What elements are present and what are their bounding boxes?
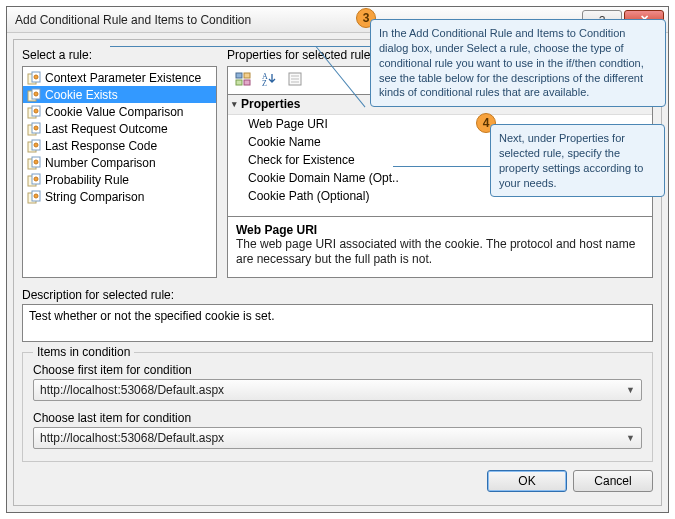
svg-point-2 bbox=[34, 75, 38, 79]
choose-last-label: Choose last item for condition bbox=[33, 411, 642, 425]
rule-item-label: Last Request Outcome bbox=[45, 122, 168, 136]
rule-icon bbox=[27, 122, 41, 136]
cancel-button[interactable]: Cancel bbox=[573, 470, 653, 492]
rule-item-label: Cookie Value Comparison bbox=[45, 105, 184, 119]
page-icon bbox=[287, 71, 303, 90]
rule-item[interactable]: Probability Rule bbox=[23, 171, 216, 188]
svg-point-5 bbox=[34, 92, 38, 96]
rule-item[interactable]: String Comparison bbox=[23, 188, 216, 205]
svg-rect-24 bbox=[236, 73, 242, 78]
last-item-value: http://localhost:53068/Default.aspx bbox=[40, 431, 620, 445]
rule-item[interactable]: Last Request Outcome bbox=[23, 120, 216, 137]
property-description-body: The web page URI associated with the coo… bbox=[236, 237, 644, 267]
callout-line bbox=[110, 46, 370, 47]
svg-point-8 bbox=[34, 109, 38, 113]
rule-item[interactable]: Last Response Code bbox=[23, 137, 216, 154]
categorize-icon bbox=[235, 71, 251, 90]
svg-rect-25 bbox=[244, 73, 250, 78]
rule-item-label: Cookie Exists bbox=[45, 88, 118, 102]
sort-button[interactable]: AZ bbox=[258, 69, 280, 91]
chevron-down-icon: ▼ bbox=[620, 433, 635, 443]
rule-item-label: Probability Rule bbox=[45, 173, 129, 187]
rule-icon bbox=[27, 139, 41, 153]
properties-header-label: Properties bbox=[241, 97, 300, 111]
items-legend: Items in condition bbox=[33, 345, 134, 359]
rule-item-label: Context Parameter Existence bbox=[45, 71, 201, 85]
property-description-box: Web Page URI The web page URI associated… bbox=[227, 217, 653, 278]
rule-item[interactable]: Cookie Exists bbox=[23, 86, 216, 103]
property-description-title: Web Page URI bbox=[236, 223, 644, 237]
ok-button[interactable]: OK bbox=[487, 470, 567, 492]
callout-line bbox=[393, 166, 493, 167]
callout-3: In the Add Conditional Rule and Items to… bbox=[370, 19, 666, 107]
first-item-combo[interactable]: http://localhost:53068/Default.aspx ▼ bbox=[33, 379, 642, 401]
chevron-down-icon: ▼ bbox=[620, 385, 635, 395]
first-item-value: http://localhost:53068/Default.aspx bbox=[40, 383, 620, 397]
last-item-combo[interactable]: http://localhost:53068/Default.aspx ▼ bbox=[33, 427, 642, 449]
svg-rect-27 bbox=[244, 80, 250, 85]
rule-listbox[interactable]: Context Parameter ExistenceCookie Exists… bbox=[22, 66, 217, 278]
rule-icon bbox=[27, 190, 41, 204]
choose-first-label: Choose first item for condition bbox=[33, 363, 642, 377]
rule-item-label: Number Comparison bbox=[45, 156, 156, 170]
rule-item-label: Last Response Code bbox=[45, 139, 157, 153]
button-row: OK Cancel bbox=[22, 470, 653, 492]
property-pages-button[interactable] bbox=[284, 69, 306, 91]
collapse-icon: ▾ bbox=[232, 99, 237, 109]
svg-point-11 bbox=[34, 126, 38, 130]
rule-description-text: Test whether or not the specified cookie… bbox=[29, 309, 274, 323]
rule-item-label: String Comparison bbox=[45, 190, 144, 204]
svg-point-23 bbox=[34, 194, 38, 198]
svg-rect-26 bbox=[236, 80, 242, 85]
categorize-button[interactable] bbox=[232, 69, 254, 91]
rule-item[interactable]: Number Comparison bbox=[23, 154, 216, 171]
rule-description-field: Test whether or not the specified cookie… bbox=[22, 304, 653, 342]
sort-icon: AZ bbox=[261, 71, 277, 90]
svg-point-17 bbox=[34, 160, 38, 164]
svg-point-14 bbox=[34, 143, 38, 147]
callout-3-text: In the Add Conditional Rule and Items to… bbox=[379, 27, 644, 98]
select-rule-label: Select a rule: bbox=[22, 48, 217, 62]
rule-item[interactable]: Context Parameter Existence bbox=[23, 69, 216, 86]
rule-icon bbox=[27, 88, 41, 102]
dialog-body: Select a rule: Context Parameter Existen… bbox=[13, 39, 662, 506]
rule-item[interactable]: Cookie Value Comparison bbox=[23, 103, 216, 120]
rule-description-label: Description for selected rule: bbox=[22, 288, 653, 302]
rule-icon bbox=[27, 173, 41, 187]
svg-text:Z: Z bbox=[262, 79, 267, 87]
svg-point-20 bbox=[34, 177, 38, 181]
rule-column: Select a rule: Context Parameter Existen… bbox=[22, 48, 217, 278]
items-group: Items in condition Choose first item for… bbox=[22, 352, 653, 462]
callout-4: Next, under Properties for selected rule… bbox=[490, 124, 665, 197]
rule-icon bbox=[27, 71, 41, 85]
callout-4-text: Next, under Properties for selected rule… bbox=[499, 132, 643, 189]
rule-icon bbox=[27, 156, 41, 170]
rule-icon bbox=[27, 105, 41, 119]
